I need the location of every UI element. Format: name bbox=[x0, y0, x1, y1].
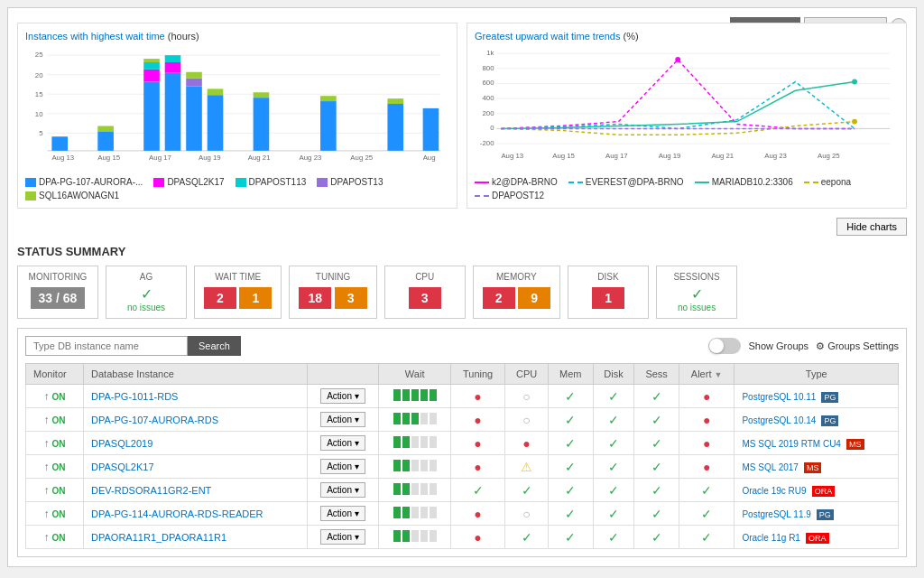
alert-cell: ● bbox=[679, 408, 735, 432]
groups-settings-button[interactable]: ⚙ Groups Settings bbox=[816, 340, 899, 352]
monitor-cell: ↑ ON bbox=[26, 479, 84, 502]
legend-dash-purple bbox=[475, 195, 489, 197]
col-mem: Mem bbox=[549, 364, 593, 385]
alert-cell: ● bbox=[679, 385, 735, 408]
memory-label: MEMORY bbox=[483, 272, 550, 282]
wait-time-card[interactable]: WAIT TIME 2 1 bbox=[194, 266, 282, 319]
table-toolbar: Search Show Groups ⚙ Groups Settings bbox=[25, 336, 899, 356]
ag-check-icon: ✓ bbox=[116, 285, 177, 303]
col-database: Database Instance bbox=[84, 364, 308, 385]
db-link[interactable]: DPAORA11R1_DPAORA11R1 bbox=[91, 532, 226, 543]
tuning-cell: ● bbox=[451, 385, 505, 408]
wait-cell bbox=[379, 408, 451, 432]
action-button[interactable]: Action ▾ bbox=[320, 529, 365, 545]
legend-item: MARIADB10.2:3306 bbox=[695, 177, 793, 187]
bar-chart-title: Instances with highest wait time (hours) bbox=[25, 31, 449, 42]
search-button[interactable]: Search bbox=[188, 336, 241, 356]
action-button[interactable]: Action ▾ bbox=[320, 482, 365, 498]
wait-cell bbox=[379, 385, 451, 408]
col-monitor: Monitor bbox=[26, 364, 84, 385]
status-arrow-icon: ↑ bbox=[44, 414, 50, 426]
svg-text:20: 20 bbox=[35, 71, 43, 79]
sessions-check-icon: ✓ bbox=[666, 285, 727, 303]
memory-red-value: 2 bbox=[483, 287, 515, 309]
svg-text:10: 10 bbox=[35, 110, 43, 118]
svg-text:Aug 23: Aug 23 bbox=[764, 152, 787, 160]
legend-item: SQL16AWONAGN1 bbox=[25, 191, 119, 200]
legend-color-teal bbox=[236, 178, 246, 187]
svg-rect-31 bbox=[387, 98, 403, 104]
legend-item: DPASQL2K17 bbox=[153, 177, 224, 187]
col-cpu: CPU bbox=[505, 364, 549, 385]
legend-color-blue bbox=[25, 178, 36, 187]
disk-cell: ✓ bbox=[593, 502, 634, 526]
svg-text:Aug 19: Aug 19 bbox=[199, 154, 221, 162]
legend-item: EVEREST@DPA-BRNO bbox=[568, 177, 684, 187]
col-alert[interactable]: Alert ▼ bbox=[679, 364, 735, 385]
memory-card[interactable]: MEMORY 2 9 bbox=[473, 266, 560, 319]
svg-text:Aug 13: Aug 13 bbox=[51, 154, 74, 162]
col-wait: Wait bbox=[379, 364, 451, 385]
db-name-cell: DEV-RDSORA11GR2-ENT bbox=[84, 479, 308, 502]
wait-time-label: WAIT TIME bbox=[204, 272, 272, 282]
db-name-cell: DPAORA11R1_DPAORA11R1 bbox=[84, 526, 308, 549]
sess-cell: ✓ bbox=[634, 385, 679, 408]
action-button[interactable]: Action ▾ bbox=[320, 506, 365, 521]
svg-rect-14 bbox=[143, 82, 160, 151]
svg-rect-21 bbox=[186, 86, 202, 150]
disk-label: DISK bbox=[578, 272, 639, 282]
svg-text:Aug 21: Aug 21 bbox=[711, 152, 734, 160]
mem-cell: ✓ bbox=[549, 432, 593, 455]
legend-item: k2@DPA-BRNO bbox=[475, 177, 558, 187]
db-link[interactable]: DEV-RDSORA11GR2-ENT bbox=[91, 485, 211, 496]
table-row: ↑ ON DPAORA11R1_DPAORA11R1 Action ▾ ● ✓ … bbox=[26, 526, 899, 549]
mem-cell: ✓ bbox=[549, 455, 593, 479]
db-link[interactable]: DPA-PG-1011-RDS bbox=[91, 391, 178, 402]
show-groups-toggle[interactable] bbox=[708, 338, 741, 354]
tuning-card[interactable]: TUNING 18 3 bbox=[289, 266, 376, 319]
table-row: ↑ ON DPASQL2K17 Action ▾ ● ⚠ ✓ ✓ ✓ ● MS … bbox=[26, 455, 899, 479]
svg-rect-24 bbox=[208, 95, 224, 151]
db-name-cell: DPASQL2019 bbox=[84, 432, 308, 455]
action-button[interactable]: Action ▾ bbox=[320, 435, 365, 451]
db-link[interactable]: DPASQL2019 bbox=[91, 438, 152, 449]
status-arrow-icon: ↑ bbox=[44, 437, 50, 450]
disk-card[interactable]: DISK 1 bbox=[568, 266, 649, 319]
tuning-cell: ● bbox=[451, 502, 505, 526]
svg-text:25: 25 bbox=[35, 51, 43, 59]
action-button[interactable]: Action ▾ bbox=[320, 388, 365, 404]
wait-cell bbox=[379, 455, 451, 479]
db-link[interactable]: DPA-PG-114-AURORA-RDS-READER bbox=[91, 508, 263, 519]
search-box: Search bbox=[25, 336, 241, 356]
action-cell: Action ▾ bbox=[307, 526, 378, 549]
db-link[interactable]: DPA-PG-107-AURORA-RDS bbox=[91, 415, 218, 425]
action-cell: Action ▾ bbox=[307, 455, 378, 479]
legend-item: DPAPOST113 bbox=[236, 177, 307, 187]
cpu-red-value: 3 bbox=[409, 287, 441, 309]
svg-text:Aug 17: Aug 17 bbox=[605, 152, 628, 160]
monitor-cell: ↑ ON bbox=[26, 432, 84, 455]
svg-text:15: 15 bbox=[35, 90, 43, 98]
table-row: ↑ ON DEV-RDSORA11GR2-ENT Action ▾ ✓ ✓ ✓ … bbox=[26, 479, 899, 502]
charts-section: Instances with highest wait time (hours)… bbox=[17, 23, 907, 209]
status-cards-container: MONITORING 33 / 68 AG ✓ no issues WAIT T… bbox=[17, 266, 907, 319]
col-sess: Sess bbox=[634, 364, 679, 385]
db-type-label: PostgreSQL 11.9 bbox=[742, 509, 810, 519]
on-status: ON bbox=[52, 486, 66, 496]
search-input[interactable] bbox=[25, 336, 188, 356]
type-cell: PostgreSQL 10.11 PG bbox=[735, 385, 899, 408]
sessions-no-issues: no issues bbox=[666, 303, 727, 312]
action-button[interactable]: Action ▾ bbox=[320, 459, 365, 474]
cpu-card[interactable]: CPU 3 bbox=[384, 266, 466, 319]
status-summary: STATUS SUMMARY MONITORING 33 / 68 AG ✓ n… bbox=[17, 245, 907, 319]
svg-text:Aug 15: Aug 15 bbox=[552, 152, 575, 160]
tuning-cell: ✓ bbox=[451, 479, 505, 502]
action-button[interactable]: Action ▾ bbox=[320, 412, 365, 427]
alert-cell: ✓ bbox=[679, 479, 735, 502]
db-type-label: Oracle 11g R1 bbox=[742, 533, 799, 543]
disk-cell: ✓ bbox=[593, 455, 634, 479]
wait-cell bbox=[379, 432, 451, 455]
hide-charts-button[interactable]: Hide charts bbox=[836, 218, 907, 236]
mem-cell: ✓ bbox=[549, 385, 593, 408]
db-link[interactable]: DPASQL2K17 bbox=[91, 461, 154, 472]
